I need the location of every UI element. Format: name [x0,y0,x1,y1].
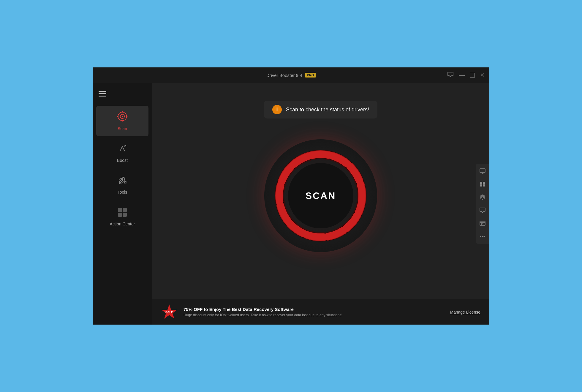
svg-rect-18 [482,196,483,198]
scan-button[interactable]: SCAN [288,163,353,228]
scan-button-container: SCAN [264,139,377,252]
scan-label: SCAN [306,190,336,201]
svg-rect-6 [118,213,122,216]
sidebar-item-scan[interactable]: Scan [96,106,148,136]
svg-rect-23 [480,221,485,225]
svg-point-2 [122,116,123,117]
info-icon: i [272,105,282,114]
right-tool-monitor[interactable] [477,166,488,176]
maximize-icon[interactable] [470,73,475,78]
svg-rect-16 [483,184,485,186]
sidebar-item-boost[interactable]: Boost [96,139,148,168]
promo-text-block: 75% OFF to Enjoy The Best Data Recovery … [184,307,444,317]
promo-title: 75% OFF to Enjoy The Best Data Recovery … [184,307,444,312]
app-window: Driver Booster 9.4 PRO — ✕ [92,67,490,325]
svg-rect-4 [118,208,122,212]
sidebar-boost-label: Boost [117,158,128,163]
tools-icon [118,176,127,187]
sidebar: Scan Boost [93,83,152,325]
svg-rect-7 [123,213,126,216]
titlebar: Driver Booster 9.4 PRO — ✕ [93,67,489,83]
sale-badge: SALE [161,304,178,320]
close-icon[interactable]: ✕ [480,72,485,78]
content-area: i Scan to check the status of drivers! [152,83,489,325]
scan-outer-glow: SCAN [264,139,377,252]
chat-icon[interactable] [447,72,453,79]
info-banner: i Scan to check the status of drivers! [264,101,377,118]
right-tool-windows[interactable] [477,179,488,189]
sidebar-item-action-center[interactable]: Action Center [96,202,148,232]
right-toolbar: ••• [476,164,489,244]
boost-icon [118,144,127,156]
right-tool-more[interactable]: ••• [477,231,488,241]
svg-rect-15 [480,184,482,186]
scan-icon [117,111,128,124]
pro-badge: PRO [305,73,316,78]
app-title: Driver Booster 9.4 [266,73,302,78]
hamburger-menu[interactable] [93,86,152,102]
sale-label: SALE [165,311,173,314]
sidebar-item-tools[interactable]: Tools [96,170,148,200]
titlebar-center: Driver Booster 9.4 PRO [266,73,316,78]
svg-rect-14 [483,182,485,184]
scan-ring: SCAN [275,150,367,242]
info-text: Scan to check the status of drivers! [286,107,369,113]
main-layout: Scan Boost [93,83,489,325]
promo-bar: SALE 75% OFF to Enjoy The Best Data Reco… [152,299,489,325]
svg-rect-12 [480,169,485,173]
right-tool-message[interactable] [477,205,488,215]
promo-subtitle: Huge discount only for IObit valued user… [184,313,444,317]
sidebar-action-center-label: Action Center [110,222,135,226]
window-controls: — ✕ [447,72,485,79]
svg-rect-17 [481,195,484,199]
sidebar-tools-label: Tools [118,190,127,195]
sidebar-scan-label: Scan [118,126,127,131]
minimize-icon[interactable]: — [459,72,465,79]
right-tool-card[interactable] [477,218,488,228]
svg-rect-5 [123,208,126,212]
action-center-icon [118,208,127,219]
right-tool-chip[interactable] [477,192,488,202]
manage-license-link[interactable]: Manage License [450,310,480,314]
svg-rect-13 [480,182,482,184]
